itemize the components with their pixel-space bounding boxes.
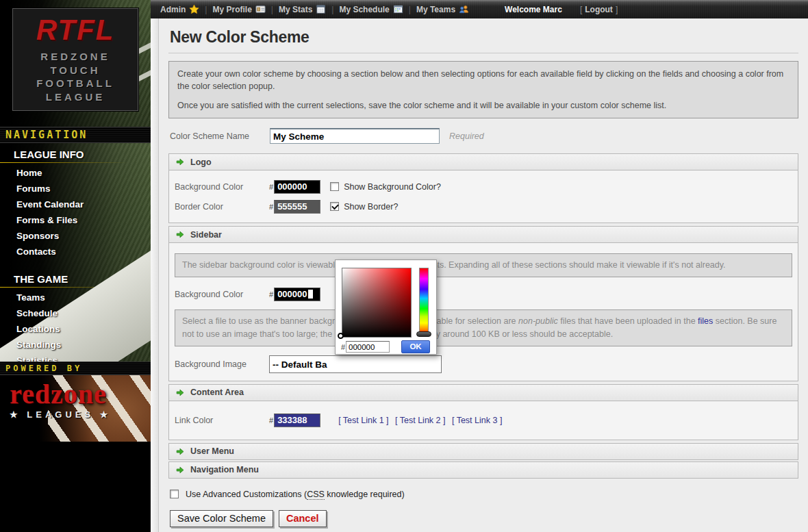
sidebar-item-forums[interactable]: Forums: [0, 181, 151, 197]
show-bg-color-checkbox[interactable]: [330, 182, 339, 191]
sidebar-item-locations[interactable]: Locations: [0, 321, 151, 337]
league-logo[interactable]: RTFL REDZONE TOUCH FOOTBALL LEAGUE: [12, 8, 138, 111]
bracket: [: [580, 5, 582, 14]
logo-bg-color-label: Background Color: [175, 182, 269, 192]
my-teams-menu-item[interactable]: My Teams: [416, 4, 469, 14]
nav-header-rule: [0, 162, 151, 163]
sidebar-item-teams[interactable]: Teams: [0, 290, 151, 305]
picker-ok-button[interactable]: OK: [401, 340, 430, 353]
test-link-1[interactable]: [ Test Link 1 ]: [338, 416, 388, 425]
background-image-label: Background Image: [175, 359, 269, 369]
hue-slider-handle[interactable]: [416, 331, 431, 337]
green-arrow-icon: [175, 230, 184, 239]
navigation-banner: NAVIGATION: [0, 127, 151, 143]
navigation-menu-section-title: Navigation Menu: [190, 465, 259, 474]
my-stats-menu-item[interactable]: My Stats: [279, 4, 326, 14]
content-area-section-body: Link Color # 333388 [ Test Link 1 ] [ Te…: [168, 401, 798, 440]
scheme-name-label: Color Scheme Name: [170, 131, 270, 141]
test-links: [ Test Link 1 ] [ Test Link 2 ] [ Test L…: [338, 416, 506, 425]
link-color-label: Link Color: [175, 416, 269, 425]
background-image-row: Background Image -- Default Ba: [175, 355, 792, 375]
my-profile-label: My Profile: [212, 5, 251, 14]
sidebar-item-schedule[interactable]: Schedule: [0, 305, 151, 321]
redzone-logo: redzone: [10, 381, 111, 408]
user-menu-section-header[interactable]: User Menu: [168, 443, 798, 460]
sidebar-item-event-calendar[interactable]: Event Calendar: [0, 197, 151, 212]
hex-value: 000000: [277, 288, 307, 301]
logo-section-title: Logo: [190, 157, 212, 167]
green-arrow-icon: [175, 466, 184, 474]
vcard-icon: [255, 4, 266, 14]
sidebar-item-home[interactable]: Home: [0, 165, 151, 181]
hex-prefix: #: [269, 290, 273, 299]
logo-border-color-label: Border Color: [175, 202, 269, 212]
test-link-2[interactable]: [ Test Link 2 ]: [395, 416, 445, 425]
sidebar-item-forms-files[interactable]: Forms & Files: [0, 212, 151, 228]
link-color-row: Link Color # 333388 [ Test Link 1 ] [ Te…: [175, 407, 792, 433]
logo-bg-color-field[interactable]: 000000: [274, 180, 320, 194]
navigation-menu-section-header[interactable]: Navigation Menu: [168, 461, 798, 479]
my-schedule-menu-item[interactable]: My Schedule: [339, 4, 403, 14]
logo-section: Logo Background Color # 000000 Show Back…: [168, 153, 798, 223]
separator: |: [409, 5, 411, 14]
show-border-checkbox[interactable]: [330, 202, 339, 211]
content-area-section-header[interactable]: Content Area: [168, 384, 798, 401]
hex-prefix: #: [269, 183, 273, 191]
content-left-gutter: [151, 18, 159, 532]
league-logo-line: TOUCH: [50, 64, 100, 77]
nav-header-the-game: THE GAME: [0, 268, 151, 287]
hex-prefix: #: [269, 416, 273, 425]
link-color-field[interactable]: 333388: [274, 414, 320, 427]
color-picker-popup: # OK: [335, 259, 437, 355]
bracket: ]: [616, 5, 618, 14]
required-note: Required: [449, 131, 484, 141]
sidebar-bg-note: The sidebar background color is viewable…: [175, 253, 792, 277]
picker-hex-input[interactable]: [346, 341, 390, 353]
redzone-brand-area[interactable]: redzone ★ LEAGUES ★: [0, 375, 151, 442]
intro-paragraph-1: Create your own color scheme by choosing…: [177, 68, 790, 92]
sidebar-section-header[interactable]: Sidebar: [168, 226, 798, 243]
welcome-user-label: Welcome Marc: [505, 5, 562, 14]
sidebar-item-contacts[interactable]: Contacts: [0, 244, 151, 259]
logo-section-body: Background Color # 000000 Show Backgroun…: [168, 170, 798, 223]
hex-value: 333388: [277, 414, 307, 427]
league-logo-line: REDZONE: [40, 50, 110, 64]
cancel-button[interactable]: Cancel: [279, 510, 327, 527]
background-image-select[interactable]: -- Default Ba: [269, 355, 442, 373]
page-title: New Color Scheme: [168, 25, 798, 53]
sidebar-item-standings[interactable]: Standings: [0, 337, 151, 353]
intro-help-box: Create your own color scheme by choosing…: [168, 61, 798, 118]
hue-slider[interactable]: [419, 268, 429, 334]
separator: |: [205, 5, 207, 14]
logout-link[interactable]: Logout: [585, 5, 613, 14]
advanced-customizations-checkbox[interactable]: [170, 490, 179, 498]
green-arrow-icon: [175, 447, 184, 456]
advanced-label: Use Advanced Customizations (CSS knowled…: [186, 490, 405, 499]
save-color-scheme-button[interactable]: Save Color Scheme: [170, 510, 273, 527]
logo-bg-color-row: Background Color # 000000 Show Backgroun…: [175, 177, 792, 197]
separator: |: [331, 5, 333, 14]
green-arrow-icon: [175, 388, 184, 397]
saturation-value-square[interactable]: [342, 268, 412, 338]
scheme-name-input[interactable]: [270, 128, 440, 144]
show-border-label: Show Border?: [344, 202, 398, 212]
logo-border-color-field[interactable]: 555555: [274, 200, 320, 214]
files-link[interactable]: files: [698, 316, 713, 326]
sidebar-item-sponsors[interactable]: Sponsors: [0, 228, 151, 244]
green-arrow-icon: [175, 157, 184, 166]
league-logo-acronym: RTFL: [36, 16, 115, 45]
my-profile-menu-item[interactable]: My Profile: [212, 4, 265, 14]
text-cursor: [308, 290, 313, 299]
sidebar-bg-color-field[interactable]: 000000: [274, 288, 320, 301]
banner-image-note: Select a file to use as the banner backg…: [175, 309, 792, 346]
redzone-leagues-label: ★ LEAGUES ★: [10, 409, 111, 420]
logo-section-header[interactable]: Logo: [168, 153, 798, 170]
content-area-section: Content Area Link Color # 333388 [ Test …: [168, 384, 798, 440]
test-link-3[interactable]: [ Test Link 3 ]: [452, 416, 502, 425]
hex-value: 555555: [277, 201, 307, 213]
sidebar-item-statistics[interactable]: Statistics: [0, 353, 151, 362]
color-selector-circle[interactable]: [338, 333, 344, 339]
hex-prefix: #: [341, 343, 345, 351]
admin-menu-item[interactable]: Admin: [160, 4, 199, 14]
form-buttons: Save Color Scheme Cancel: [170, 510, 798, 527]
